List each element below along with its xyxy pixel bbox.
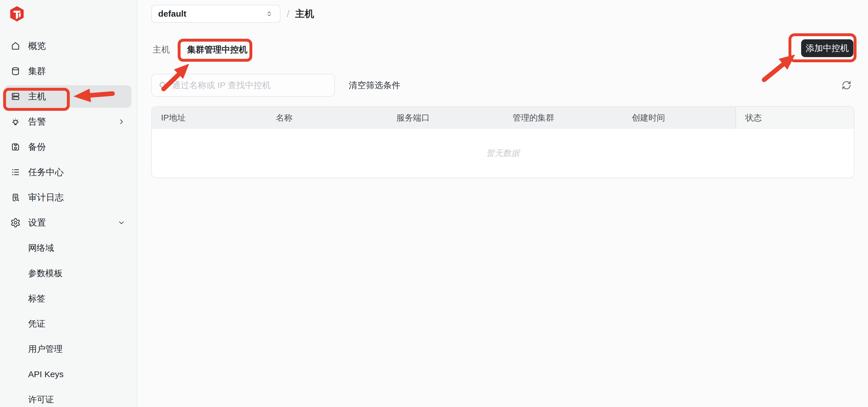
- column-header-managed-clusters: 管理的集群: [503, 107, 623, 129]
- refresh-icon: [841, 80, 851, 90]
- sidebar-item-overview[interactable]: 概览: [5, 35, 131, 57]
- tabs: 主机 集群管理中控机: [153, 44, 247, 62]
- alert-lamp-icon: [10, 117, 21, 127]
- sidebar-item-label: 告警: [28, 116, 46, 128]
- task-list-icon: [10, 167, 21, 177]
- save-icon: [10, 142, 21, 152]
- column-header-status: 状态: [735, 107, 854, 129]
- sidebar-item-label: 参数模板: [28, 268, 63, 279]
- refresh-button[interactable]: [840, 79, 853, 92]
- chevron-right-icon: [117, 117, 126, 126]
- sidebar-item-task-center[interactable]: 任务中心: [5, 161, 131, 183]
- search-icon: [158, 81, 167, 90]
- column-header-name: 名称: [267, 107, 387, 129]
- sidebar-item-clusters[interactable]: 集群: [5, 60, 131, 82]
- sidebar-item-api-keys[interactable]: API Keys: [5, 363, 131, 385]
- project-select-value: default: [158, 9, 186, 19]
- sidebar-item-user-management[interactable]: 用户管理: [5, 338, 131, 360]
- sidebar-item-label: 审计日志: [28, 191, 64, 204]
- tab-control-machines[interactable]: 集群管理中控机: [187, 44, 247, 62]
- sidebar-item-credentials[interactable]: 凭证: [5, 313, 131, 335]
- sidebar-item-label: 许可证: [28, 394, 54, 406]
- add-control-machine-button[interactable]: 添加中控机: [801, 39, 854, 57]
- sidebar-item-hosts[interactable]: 主机: [5, 85, 131, 107]
- clear-filters-link[interactable]: 清空筛选条件: [349, 74, 400, 97]
- sidebar-item-label: 凭证: [28, 318, 45, 330]
- project-select[interactable]: default: [151, 5, 280, 23]
- sidebar-item-label: 概览: [28, 40, 46, 52]
- main-content: default / 主机 主机 集群管理中控机 添加中控机 清空筛选条件: [137, 0, 868, 407]
- sidebar-item-label: API Keys: [28, 369, 63, 379]
- sidebar-item-label: 用户管理: [28, 343, 63, 355]
- sidebar-item-license[interactable]: 许可证: [5, 388, 131, 407]
- sidebar-item-label: 集群: [28, 65, 46, 77]
- sidebar-item-network-domain[interactable]: 网络域: [5, 237, 131, 259]
- table-body: 暂无数据: [152, 129, 854, 178]
- column-header-service-port: 服务端口: [387, 107, 503, 129]
- column-header-ip: IP地址: [152, 107, 267, 129]
- sidebar-item-label: 备份: [28, 141, 46, 153]
- sidebar-menu: 概览 集群 主机: [0, 35, 136, 407]
- sidebar-item-label: 主机: [28, 90, 46, 102]
- gear-icon: [10, 218, 21, 228]
- audit-log-icon: [10, 192, 21, 202]
- brand-hexagon-icon: [10, 6, 24, 22]
- sidebar-item-parameter-templates[interactable]: 参数模板: [5, 262, 131, 284]
- breadcrumb: / 主机: [287, 5, 314, 23]
- table-header-row: IP地址 名称 服务端口 管理的集群 创建时间 状态: [152, 107, 854, 129]
- sidebar-item-backup[interactable]: 备份: [5, 136, 131, 158]
- sidebar: 概览 集群 主机: [0, 0, 137, 407]
- breadcrumb-separator: /: [287, 8, 289, 19]
- home-icon: [10, 41, 21, 51]
- database-icon: [10, 66, 21, 76]
- search-input[interactable]: [172, 81, 328, 90]
- column-header-created-at: 创建时间: [623, 107, 735, 129]
- sidebar-item-alerts[interactable]: 告警: [5, 111, 131, 133]
- sidebar-item-settings[interactable]: 设置: [5, 212, 131, 234]
- sidebar-item-audit-log[interactable]: 审计日志: [5, 186, 131, 209]
- search-box[interactable]: [151, 74, 335, 97]
- sidebar-item-label: 标签: [28, 293, 45, 305]
- tab-hosts[interactable]: 主机: [153, 44, 170, 62]
- sidebar-item-label: 设置: [28, 217, 46, 229]
- breadcrumb-current: 主机: [295, 7, 314, 20]
- sidebar-item-label: 任务中心: [28, 166, 64, 178]
- app-logo[interactable]: [10, 6, 24, 21]
- hosts-table: IP地址 名称 服务端口 管理的集群 创建时间 状态 暂无数据: [151, 106, 855, 178]
- sidebar-item-tags[interactable]: 标签: [5, 287, 131, 310]
- empty-state-text: 暂无数据: [486, 148, 520, 159]
- chevron-down-icon: [117, 218, 126, 227]
- sidebar-item-label: 网络域: [28, 242, 54, 254]
- server-icon: [10, 91, 21, 102]
- select-updown-icon: [265, 9, 274, 18]
